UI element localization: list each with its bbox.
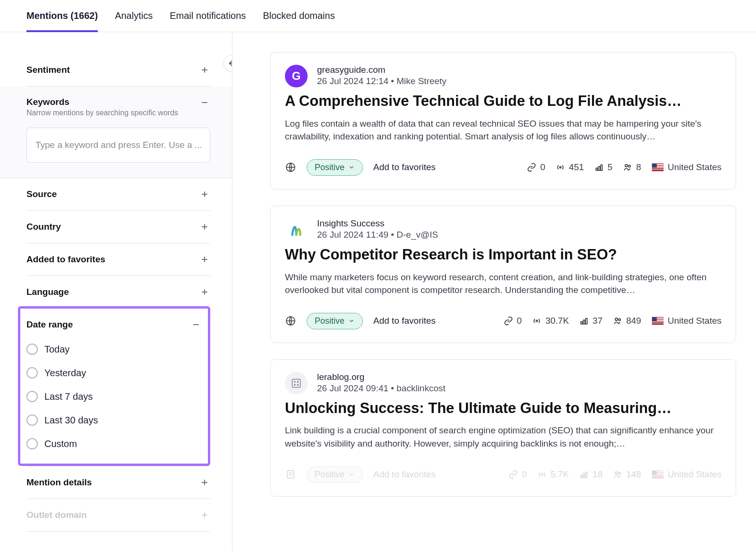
source-name: greasyguide.com: [317, 65, 447, 75]
source-avatar: [285, 372, 308, 395]
plus-icon: [199, 64, 210, 76]
metric-country: United States: [652, 316, 722, 326]
filter-title: Source: [26, 189, 57, 199]
radio-label: Custom: [44, 439, 77, 449]
date-option-today[interactable]: Today: [26, 344, 202, 355]
mention-card[interactable]: G greasyguide.com 26 Jul 2024 12:14 • Mi…: [270, 52, 736, 189]
flag-us-icon: [652, 163, 664, 172]
metric-rank: 5: [594, 162, 613, 172]
source-name: Insights Success: [317, 218, 438, 229]
date-option-custom[interactable]: Custom: [26, 438, 202, 449]
signal-icon: [532, 316, 541, 326]
filter-sentiment[interactable]: Sentiment: [26, 54, 210, 86]
link-icon: [508, 470, 518, 479]
svg-rect-21: [601, 165, 602, 171]
mention-title: Unlocking Success: The Ultimate Guide to…: [285, 399, 722, 418]
mention-list: G greasyguide.com 26 Jul 2024 12:14 • Mi…: [232, 32, 756, 551]
www-icon: [285, 162, 296, 173]
filter-country[interactable]: Country: [26, 211, 210, 243]
users-icon: [613, 470, 622, 479]
filter-title: Mention details: [26, 477, 92, 488]
plus-icon: [199, 221, 210, 232]
source-avatar: G: [285, 65, 308, 87]
filter-title: Country: [26, 222, 61, 232]
mention-description: Link building is a crucial component of …: [285, 424, 722, 450]
keywords-input[interactable]: Type a keyword and press Enter. Use a ..…: [26, 128, 210, 163]
mention-title: Why Competitor Research is Important in …: [285, 246, 722, 264]
filter-title: Date range: [26, 319, 73, 330]
filter-date-range-section: Date range Today Yesterday Last 7 days L…: [18, 306, 210, 466]
metric-audience: 148: [613, 469, 641, 480]
metric-links: 0: [527, 162, 545, 172]
arrow-left-icon: [228, 59, 232, 68]
filter-language[interactable]: Language: [26, 276, 210, 308]
tab-mentions[interactable]: Mentions (1662): [26, 0, 98, 32]
add-to-favorites[interactable]: Add to favorites: [373, 316, 436, 326]
metric-reach: 30.7K: [532, 316, 569, 326]
filter-mention-details[interactable]: Mention details: [26, 466, 210, 499]
svg-rect-41: [583, 474, 584, 477]
svg-point-29: [615, 318, 618, 320]
document-icon: [285, 469, 296, 480]
plus-icon: [199, 189, 210, 200]
filter-favorites[interactable]: Added to favorites: [26, 243, 210, 276]
mention-description: While many marketers focus on keyword re…: [285, 271, 722, 297]
plus-icon: [199, 477, 210, 488]
link-icon: [504, 316, 513, 326]
svg-point-23: [628, 165, 630, 167]
add-to-favorites[interactable]: Add to favorites: [373, 469, 436, 480]
mention-card[interactable]: Insights Success 26 Jul 2024 11:49 • D-e…: [270, 206, 736, 343]
mention-title: A Comprehensive Technical Guide to Log F…: [285, 92, 722, 111]
svg-point-39: [541, 474, 542, 475]
metric-country: United States: [652, 162, 722, 172]
date-option-last-7-days[interactable]: Last 7 days: [26, 391, 202, 402]
date-option-last-30-days[interactable]: Last 30 days: [26, 414, 202, 426]
source-meta: 26 Jul 2024 12:14 • Mike Streety: [317, 76, 447, 86]
radio-icon: [26, 438, 38, 449]
svg-rect-40: [581, 475, 582, 478]
radio-label: Today: [44, 344, 69, 355]
filter-title: Added to favorites: [26, 254, 105, 265]
link-icon: [527, 163, 536, 172]
minus-icon: [199, 97, 210, 108]
tab-email-notifications[interactable]: Email notifications: [170, 0, 246, 32]
plus-icon: [199, 286, 210, 298]
filter-subtitle: Narrow mentions by searching specific wo…: [26, 109, 178, 117]
sentiment-pill[interactable]: Positive: [307, 159, 363, 176]
metric-reach: 451: [556, 162, 584, 172]
add-to-favorites[interactable]: Add to favorites: [373, 162, 436, 172]
sentiment-pill[interactable]: Positive: [307, 466, 363, 483]
radio-label: Last 30 days: [44, 415, 98, 426]
source-meta: 26 Jul 2024 09:41 • backlinkcost: [317, 383, 446, 394]
svg-rect-26: [581, 322, 582, 324]
mention-card[interactable]: lerablog.org 26 Jul 2024 09:41 • backlin…: [270, 359, 736, 497]
radio-label: Last 7 days: [44, 391, 93, 402]
chevron-down-icon: [348, 164, 355, 171]
sentiment-pill[interactable]: Positive: [307, 313, 363, 329]
tab-analytics[interactable]: Analytics: [115, 0, 153, 32]
filter-title: Sentiment: [26, 65, 70, 75]
metric-reach: 5.7K: [537, 469, 569, 480]
filter-outlet-domain[interactable]: Outlet domain: [26, 499, 210, 531]
date-option-yesterday[interactable]: Yesterday: [26, 367, 202, 379]
radio-icon: [26, 367, 38, 379]
svg-point-22: [625, 165, 627, 167]
radio-icon: [26, 414, 38, 426]
filter-date-range[interactable]: Date range: [26, 309, 202, 330]
svg-point-18: [559, 167, 561, 168]
filter-source[interactable]: Source: [26, 178, 210, 210]
tab-blocked-domains[interactable]: Blocked domains: [263, 0, 335, 32]
source-meta: 26 Jul 2024 11:49 • D-e_v@IS: [317, 230, 438, 240]
metric-links: 0: [508, 469, 527, 480]
metric-audience: 849: [613, 316, 641, 326]
filter-title: Outlet domain: [26, 510, 87, 520]
filter-keywords[interactable]: Keywords Narrow mentions by searching sp…: [26, 97, 210, 123]
users-icon: [623, 163, 632, 172]
svg-rect-27: [583, 320, 584, 324]
sidebar: Sentiment Keywords Narrow mentions by se…: [0, 32, 232, 551]
metric-rank: 37: [579, 316, 602, 326]
svg-point-33: [297, 381, 298, 382]
flag-us-icon: [652, 317, 664, 325]
svg-point-43: [615, 472, 618, 474]
radio-label: Yesterday: [44, 368, 86, 379]
